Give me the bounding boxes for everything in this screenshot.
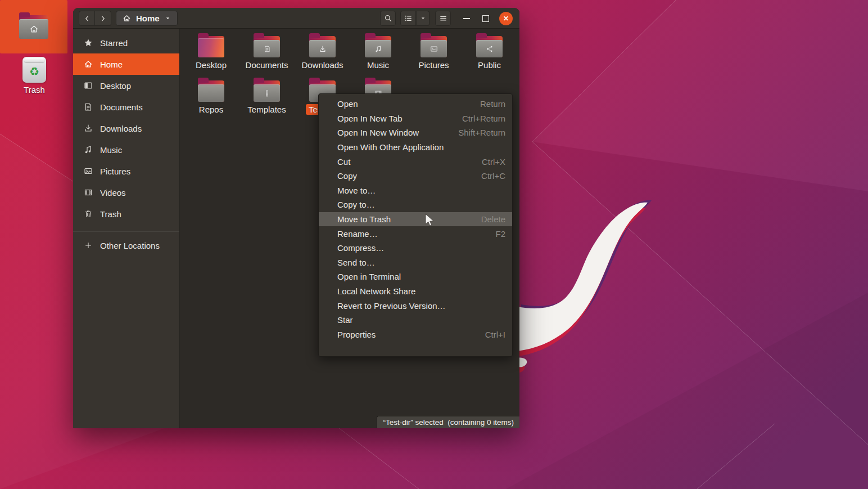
download-emblem-icon [319,45,327,53]
file-desktop[interactable]: Desktop [183,35,239,79]
sidebar-item-music[interactable]: Music [73,139,179,160]
desktop-icon-home-folder[interactable] [0,0,67,53]
sidebar-label: Other Locations [100,241,160,250]
sidebar: Starred Home Desktop Documents [73,29,180,428]
menu-item-revert-to-previous-version[interactable]: Revert to Previous Version… [319,298,512,313]
caret-down-icon [420,15,426,21]
folder-icon [198,80,224,102]
menu-item-send-to[interactable]: Send to… [319,255,512,270]
menu-item-open-in-new-tab[interactable]: Open In New TabCtrl+Return [319,111,512,126]
list-view-icon [404,14,413,23]
folder-icon [365,36,391,57]
sidebar-item-other-locations[interactable]: Other Locations [73,235,179,256]
sidebar-item-videos[interactable]: Videos [73,182,179,203]
trash-label: Trash [17,85,52,95]
home-folder-icon [19,15,48,39]
headerbar: Home [73,8,519,29]
trash-icon [83,209,93,218]
forward-button[interactable] [95,11,111,26]
home-emblem-icon [29,24,39,34]
menu-item-local-network-share[interactable]: Local Network Share [319,284,512,299]
sidebar-item-home[interactable]: Home [73,53,179,75]
context-menu: OpenReturn Open In New TabCtrl+Return Op… [318,93,513,357]
desktop-icon-trash[interactable]: ♻ Trash [17,57,52,95]
sidebar-label: Videos [100,188,126,198]
home-icon [123,14,131,23]
menu-item-star[interactable]: Star [319,313,512,328]
menu-item-move-to-trash[interactable]: Move to TrashDelete [319,212,512,227]
document-emblem-icon [263,45,271,53]
path-bar-button[interactable]: Home [116,11,178,26]
videos-icon [83,188,93,197]
search-icon [384,14,392,23]
folder-icon [198,36,224,57]
folder-icon [254,36,280,57]
chevron-right-icon [99,15,107,23]
share-emblem-icon [486,45,494,53]
menu-item-open-in-terminal[interactable]: Open in Terminal [319,270,512,284]
path-label: Home [136,14,160,23]
folder-icon [309,36,336,57]
menu-item-copy[interactable]: CopyCtrl+C [319,169,512,183]
file-pictures[interactable]: Pictures [406,35,462,79]
desktop-screen: ♻ Trash Home [0,0,868,489]
sidebar-item-downloads[interactable]: Downloads [73,118,179,139]
menu-item-copy-to[interactable]: Copy to… [319,198,512,212]
sidebar-item-documents[interactable]: Documents [73,96,179,118]
menu-item-open-with-other-application[interactable]: Open With Other Application [319,140,512,155]
sidebar-label: Documents [100,102,143,112]
home-icon [83,60,93,69]
file-public[interactable]: Public [462,35,517,79]
back-button[interactable] [79,11,95,26]
caret-down-icon [165,15,171,21]
sidebar-item-pictures[interactable]: Pictures [73,160,179,182]
sidebar-item-desktop[interactable]: Desktop [73,75,179,96]
documents-icon [83,102,93,111]
file-templates[interactable]: Templates [239,79,295,124]
sidebar-label: Pictures [100,167,130,176]
folder-icon [476,36,503,57]
sidebar-label: Downloads [100,124,142,133]
view-toggle-button[interactable] [400,11,416,26]
hamburger-icon [439,14,447,23]
sidebar-label: Trash [100,209,121,219]
music-icon [83,145,93,154]
sidebar-label: Starred [100,38,128,48]
trash-can-icon: ♻ [22,57,46,83]
menu-item-properties[interactable]: PropertiesCtrl+I [319,328,512,342]
recycle-icon: ♻ [22,64,46,79]
menu-item-move-to[interactable]: Move to… [319,183,512,198]
view-options-button[interactable] [416,11,430,26]
sidebar-label: Music [100,145,122,155]
minimize-button[interactable] [463,18,470,19]
sidebar-separator [73,231,179,232]
sidebar-item-starred[interactable]: Starred [73,32,179,53]
window-menu-button[interactable] [435,11,451,26]
menu-item-open-in-new-window[interactable]: Open In New WindowShift+Return [319,125,512,140]
file-downloads[interactable]: Downloads [295,35,350,79]
pictures-icon [83,167,93,176]
folder-icon [421,36,447,57]
file-repos[interactable]: Repos [183,79,239,124]
search-button[interactable] [380,11,396,26]
downloads-icon [83,124,93,133]
file-documents[interactable]: Documents [239,35,295,79]
folder-icon [254,80,280,102]
star-icon [83,38,93,47]
close-icon: ✕ [503,15,509,23]
menu-item-rename[interactable]: Rename…F2 [319,226,512,241]
image-emblem-icon [430,45,438,53]
sidebar-item-trash[interactable]: Trash [73,203,179,225]
music-emblem-icon [374,45,382,53]
plus-icon [83,241,93,249]
menu-item-cut[interactable]: CutCtrl+X [319,154,512,169]
chevron-left-icon [83,15,91,23]
sidebar-label: Home [100,60,123,69]
close-button[interactable]: ✕ [499,12,513,25]
maximize-button[interactable] [482,15,489,22]
menu-item-compress[interactable]: Compress… [319,241,512,255]
menu-item-open[interactable]: OpenReturn [319,97,512,111]
file-music[interactable]: Music [350,35,406,79]
sidebar-label: Desktop [100,81,131,91]
desktop-icon [83,81,93,90]
